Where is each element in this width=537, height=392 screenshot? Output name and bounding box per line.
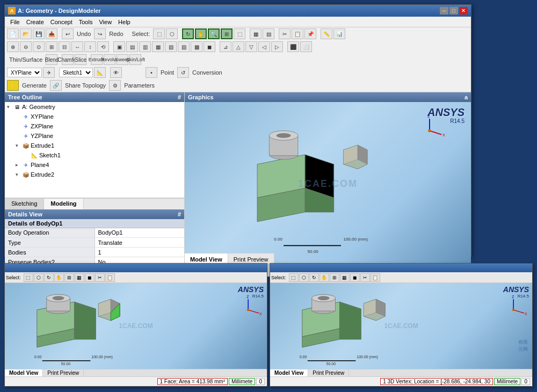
sub-tb-btn-5[interactable]: ⊞ xyxy=(64,273,74,282)
tb2-3[interactable]: ⊙ xyxy=(33,41,45,52)
tb2-8[interactable]: ⟲ xyxy=(97,41,109,52)
graphics-viewport[interactable]: ANSYS R14.5 xyxy=(185,102,471,265)
sub-tb-btn-2[interactable]: ⬡ xyxy=(34,273,43,282)
tb2-5[interactable]: ⊟ xyxy=(59,41,70,52)
sub-tb2-btn-8[interactable]: ✂ xyxy=(360,273,370,282)
tb2-19[interactable]: ▽ xyxy=(245,41,257,52)
sub-tb-btn-4[interactable]: ✋ xyxy=(54,273,64,282)
sub-tb2-btn-3[interactable]: ↻ xyxy=(309,273,319,282)
cut-button[interactable]: ✂ xyxy=(279,28,291,39)
sketch-select[interactable]: Sketch1 xyxy=(59,68,93,77)
tb2-22[interactable]: ⬛ xyxy=(287,41,299,52)
sub-tb2-btn-4[interactable]: ✋ xyxy=(320,273,329,282)
view-select-button[interactable]: ⬚ xyxy=(234,28,245,39)
sub-tab-model-1[interactable]: Model View xyxy=(5,369,43,376)
tb2-15[interactable]: ▩ xyxy=(191,41,202,52)
tree-item-plane4[interactable]: ▸ ✈ Plane4 xyxy=(5,160,184,170)
tree-item-yzplane[interactable]: ✈ YZPlane xyxy=(5,131,184,141)
select-mode-1[interactable]: ⬚ xyxy=(153,28,165,39)
maximize-button[interactable]: □ xyxy=(449,7,458,14)
detail-value[interactable]: 1 xyxy=(95,248,184,257)
chamfer-button[interactable]: Chamfer xyxy=(62,54,74,65)
sub-tb-btn-6[interactable]: ▦ xyxy=(75,273,84,282)
paste-button[interactable]: 📌 xyxy=(304,28,316,39)
render-1[interactable]: ▦ xyxy=(250,28,262,39)
sub-graphics-1[interactable]: ANSYS R14.5 0.00 xyxy=(5,283,267,369)
sub-tb-btn-7[interactable]: ◼ xyxy=(85,273,95,282)
close-button[interactable]: ✕ xyxy=(459,7,468,14)
minimize-button[interactable]: ─ xyxy=(440,7,448,14)
tb2-7[interactable]: ↕ xyxy=(84,41,96,52)
tb2-11[interactable]: ▥ xyxy=(139,41,151,52)
slice-button[interactable]: Slice xyxy=(75,54,86,65)
tb2-13[interactable]: ▧ xyxy=(165,41,177,52)
sub-tab-model-2[interactable]: Model View xyxy=(270,369,308,376)
sub-tb2-btn-9[interactable]: 📋 xyxy=(371,273,380,282)
new-button[interactable]: 📄 xyxy=(7,28,19,39)
view-zoom-button[interactable]: 🔍 xyxy=(208,28,220,39)
tb2-9[interactable]: ▣ xyxy=(113,41,125,52)
tb2-14[interactable]: ▨ xyxy=(178,41,190,52)
parameters-button[interactable]: ⚙ xyxy=(109,80,121,91)
measure-button[interactable]: 📏 xyxy=(321,28,332,39)
tb2-16[interactable]: ◼ xyxy=(204,41,215,52)
menu-concept[interactable]: Concept xyxy=(47,17,76,27)
detail-value[interactable]: Translate xyxy=(95,238,184,248)
tree-item-sketch1[interactable]: 📐 Sketch1 xyxy=(5,150,184,160)
menu-view[interactable]: View xyxy=(96,17,115,27)
tb2-2[interactable]: ⊖ xyxy=(20,41,32,52)
tb2-23[interactable]: ⬜ xyxy=(300,41,312,52)
menu-create[interactable]: Create xyxy=(23,17,47,27)
import-button[interactable]: 📥 xyxy=(46,28,57,39)
tree-item-geometry[interactable]: ▾ 🖥 A: Geometry xyxy=(5,102,184,112)
look-at-plane-button[interactable]: 👁 xyxy=(110,67,122,78)
tb2-6[interactable]: ↔ xyxy=(71,41,83,52)
sub-tab-print-1[interactable]: Print Preview xyxy=(43,369,84,376)
sub-tb-btn-1[interactable]: ⬚ xyxy=(24,273,33,282)
sub-tb-btn-8[interactable]: ✂ xyxy=(95,273,105,282)
share-topology-button[interactable]: 🔗 xyxy=(50,80,62,91)
tb2-17[interactable]: ⊿ xyxy=(220,41,231,52)
tab-modeling[interactable]: Modeling xyxy=(44,199,83,209)
tb2-12[interactable]: ▦ xyxy=(152,41,164,52)
view-pan-button[interactable]: ✋ xyxy=(195,28,207,39)
sub-tb2-btn-2[interactable]: ⬡ xyxy=(299,273,309,282)
sub-tb2-btn-1[interactable]: ⬚ xyxy=(289,273,299,282)
sub-tb2-btn-5[interactable]: ⊞ xyxy=(330,273,339,282)
tree-item-xyplane[interactable]: ✈ XYPlane xyxy=(5,112,184,121)
blend-button[interactable]: Blend xyxy=(46,54,57,65)
save-button[interactable]: 💾 xyxy=(33,28,45,39)
revolve-button[interactable]: Revolve xyxy=(104,54,115,65)
tree-item-zxplane[interactable]: ✈ ZXPlane xyxy=(5,121,184,131)
sub-tab-print-2[interactable]: Print Preview xyxy=(308,369,349,376)
detail-value[interactable]: BodyOp1 xyxy=(95,228,184,238)
point-button[interactable]: • xyxy=(146,67,157,78)
menu-tools[interactable]: Tools xyxy=(76,17,96,27)
select-mode-2[interactable]: ⬡ xyxy=(166,28,178,39)
open-button[interactable]: 📂 xyxy=(20,28,32,39)
view-rotate-button[interactable]: ↻ xyxy=(182,28,194,39)
tb2-10[interactable]: ▤ xyxy=(126,41,138,52)
menu-file[interactable]: File xyxy=(7,17,23,27)
tb2-1[interactable]: ⊕ xyxy=(7,41,19,52)
sub-tb2-btn-6[interactable]: ▦ xyxy=(340,273,350,282)
menu-help[interactable]: Help xyxy=(115,17,134,27)
sub-graphics-2[interactable]: ANSYS R14.5 0.00 100.00 (mm xyxy=(270,283,532,369)
tb2-4[interactable]: ⊞ xyxy=(46,41,57,52)
analysis-button[interactable]: 📊 xyxy=(333,28,345,39)
conversion-button[interactable]: ↺ xyxy=(177,67,189,78)
generate-button[interactable]: ⚡ xyxy=(7,80,19,91)
redo-button[interactable]: ↪ xyxy=(94,28,106,39)
undo-button[interactable]: ↩ xyxy=(62,28,74,39)
render-2[interactable]: ▤ xyxy=(263,28,274,39)
tree-item-extrude2[interactable]: ▾ 📦 Extrude2 xyxy=(5,170,184,179)
tb2-20[interactable]: ◁ xyxy=(258,41,270,52)
tb2-21[interactable]: ▷ xyxy=(271,41,283,52)
sub-tb2-btn-7[interactable]: ◼ xyxy=(350,273,360,282)
view-fit-button[interactable]: ⊞ xyxy=(221,28,233,39)
tree-item-extrude1[interactable]: ▾ 📦 Extrude1 xyxy=(5,141,184,150)
tb2-18[interactable]: △ xyxy=(233,41,244,52)
skin-loft-button[interactable]: Skin/Loft xyxy=(129,54,141,65)
copy-button[interactable]: 📋 xyxy=(292,28,303,39)
plane-tool-button[interactable]: ✈ xyxy=(43,67,55,78)
